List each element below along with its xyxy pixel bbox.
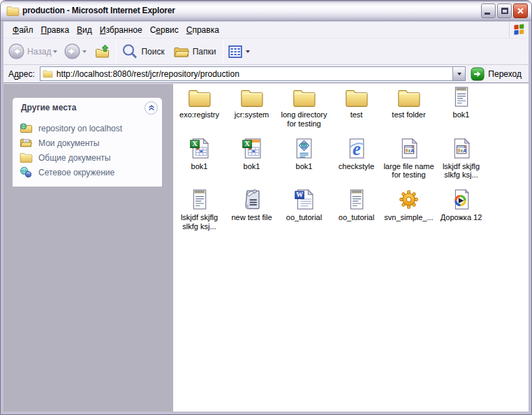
- folder-globe-icon: [20, 122, 33, 134]
- shared-documents-icon: [20, 152, 33, 163]
- xml-document-icon: [291, 136, 317, 161]
- go-button[interactable]: Переход: [466, 67, 527, 81]
- file-svn-simple[interactable]: svn_simple_...: [383, 189, 435, 240]
- views-button[interactable]: [227, 41, 253, 63]
- ie-window: production - Microsoft Internet Explorer…: [0, 0, 532, 415]
- address-folder-icon: [43, 69, 53, 78]
- menu-favorites[interactable]: Избранное: [96, 23, 146, 37]
- network-places-icon: [20, 166, 33, 178]
- address-input[interactable]: http://localhost:8080/rest/jcr/repositor…: [40, 66, 466, 81]
- file-oo-tutorial-word[interactable]: oo_tutorial: [278, 189, 330, 240]
- chevron-down-icon: [457, 73, 461, 78]
- address-label: Адрес:: [8, 69, 35, 79]
- minimize-button[interactable]: [481, 3, 496, 18]
- sidebar-item-network-places[interactable]: Сетевое окружение: [20, 166, 158, 178]
- up-folder-icon: [94, 43, 111, 60]
- word-document-icon: [291, 187, 317, 212]
- file-bok1-excel-web[interactable]: bok1: [226, 138, 278, 189]
- back-button[interactable]: Назад: [7, 41, 52, 63]
- excel-web-icon: [239, 136, 265, 161]
- forward-icon: [64, 43, 80, 59]
- folder-icon: [240, 87, 264, 109]
- file-test[interactable]: test: [330, 86, 383, 138]
- file-long-directory[interactable]: long directory for testing: [278, 86, 330, 138]
- file-lskjdf-2[interactable]: lskjdf skjflg slkfg ksj...: [173, 189, 226, 240]
- windows-logo: [509, 22, 529, 38]
- back-icon: [8, 43, 24, 59]
- other-places-header[interactable]: Другие места: [13, 98, 162, 116]
- html-document-icon: [343, 136, 369, 161]
- file-bok1-xml[interactable]: bok1: [278, 138, 330, 189]
- address-bar: Адрес: http://localhost:8080/rest/jcr/re…: [3, 65, 529, 83]
- up-button[interactable]: [93, 41, 112, 63]
- menubar: Файл Правка Вид Избранное Сервис Справка: [3, 22, 529, 38]
- menu-tools[interactable]: Сервис: [147, 23, 182, 37]
- chevron-up-icon: [147, 103, 156, 112]
- gear-icon: [396, 187, 422, 212]
- titlebar: production - Microsoft Internet Explorer: [1, 1, 531, 21]
- write-file-icon: [239, 187, 265, 212]
- content-area: Другие места repository on localhost Мои: [3, 84, 529, 412]
- address-url: http://localhost:8080/rest/jcr/repositor…: [57, 69, 453, 79]
- menu-help[interactable]: Справка: [183, 23, 223, 37]
- menu-edit[interactable]: Правка: [38, 23, 73, 37]
- notepad-icon: [186, 187, 212, 212]
- search-button[interactable]: Поиск: [120, 41, 165, 63]
- folders-icon: [173, 44, 190, 59]
- folder-icon: [397, 87, 421, 109]
- generic-file-icon: [448, 136, 474, 161]
- address-dropdown-button[interactable]: [452, 67, 465, 80]
- sidebar-item-my-documents[interactable]: Мои документы: [20, 137, 158, 149]
- maximize-button[interactable]: [497, 3, 512, 18]
- notepad-icon: [343, 187, 369, 212]
- sidebar-item-repository-on-localhost[interactable]: repository on localhost: [20, 122, 158, 134]
- file-bok1-notepad[interactable]: bok1: [435, 86, 487, 138]
- media-file-icon: [448, 187, 474, 212]
- file-checkstyle[interactable]: checkstyle: [330, 138, 383, 189]
- other-places-panel: Другие места repository on localhost Мои: [13, 98, 162, 187]
- search-icon: [121, 43, 138, 60]
- generic-file-icon: [396, 136, 422, 161]
- forward-dropdown[interactable]: [82, 50, 87, 55]
- window-client: Файл Правка Вид Избранное Сервис Справка…: [3, 22, 529, 412]
- file-test-folder[interactable]: test folder: [383, 86, 435, 138]
- window-title: production - Microsoft Internet Explorer: [22, 6, 481, 15]
- minimize-icon: [485, 13, 490, 15]
- folder-icon: [188, 87, 212, 109]
- file-track-12[interactable]: Дорожка 12: [435, 189, 487, 240]
- forward-button[interactable]: [63, 41, 82, 63]
- views-icon: [228, 45, 242, 59]
- collapse-button[interactable]: [145, 101, 158, 115]
- folder-icon: [345, 87, 369, 109]
- file-new-test-file[interactable]: new test file: [226, 189, 278, 240]
- close-button[interactable]: [513, 3, 528, 18]
- file-list: exo:registry jcr:system long directory f…: [173, 84, 529, 412]
- back-dropdown[interactable]: [53, 50, 57, 55]
- menu-view[interactable]: Вид: [73, 23, 96, 37]
- file-large-file-name[interactable]: large file name for testing: [383, 138, 435, 189]
- sidebar: Другие места repository on localhost Мои: [3, 84, 173, 412]
- folder-icon: [293, 87, 316, 109]
- folder-icon: [6, 5, 20, 17]
- file-lskjdf-1[interactable]: lskjdf skjflg slkfg ksj...: [435, 138, 487, 189]
- file-bok1-excel[interactable]: bok1: [173, 138, 226, 189]
- menu-file[interactable]: Файл: [9, 23, 37, 37]
- file-jcr-system[interactable]: jcr:system: [226, 86, 278, 138]
- file-oo-tutorial-text[interactable]: oo_tutorial: [330, 189, 383, 240]
- views-dropdown[interactable]: [246, 50, 250, 55]
- file-exo-registry[interactable]: exo:registry: [173, 86, 226, 138]
- sidebar-item-shared-documents[interactable]: Общие документы: [20, 152, 158, 163]
- my-documents-icon: [20, 137, 33, 149]
- toolbar: Назад Поиск: [3, 38, 529, 65]
- excel-icon: [186, 136, 212, 161]
- go-icon: [471, 67, 485, 81]
- folders-button[interactable]: Папки: [172, 41, 218, 63]
- close-icon: [517, 7, 524, 15]
- maximize-icon: [501, 8, 508, 14]
- notepad-icon: [448, 85, 474, 109]
